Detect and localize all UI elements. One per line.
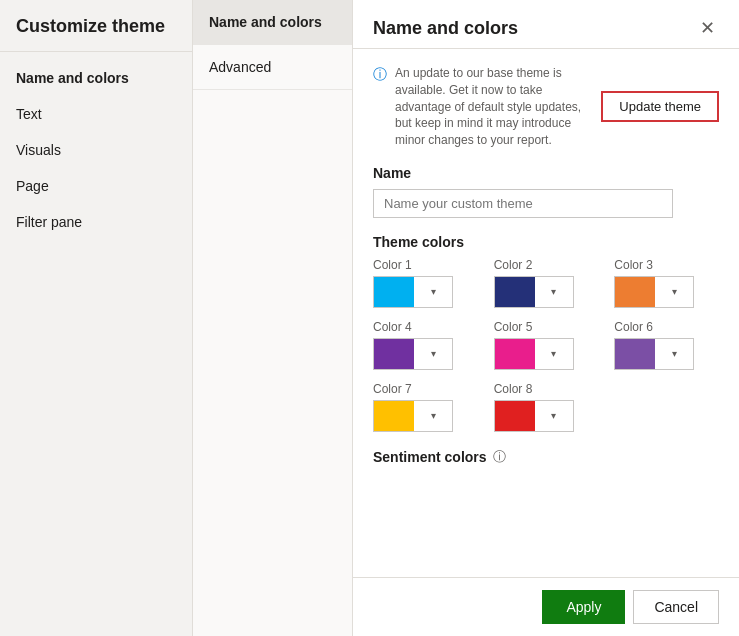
color-swatch-6 xyxy=(615,339,655,369)
color-picker-8[interactable]: ▾ xyxy=(494,400,574,432)
footer: Apply Cancel xyxy=(353,577,739,636)
info-text: An update to our base theme is available… xyxy=(395,65,593,149)
color-label-4: Color 4 xyxy=(373,320,478,334)
sidebar-item-text[interactable]: Text xyxy=(0,96,192,132)
theme-name-input[interactable] xyxy=(373,189,673,218)
color-label-8: Color 8 xyxy=(494,382,599,396)
color-picker-1[interactable]: ▾ xyxy=(373,276,453,308)
color-swatch-5 xyxy=(495,339,535,369)
sidebar-item-page[interactable]: Page xyxy=(0,168,192,204)
sentiment-row: Sentiment colors ⓘ xyxy=(373,448,719,466)
sentiment-label: Sentiment colors xyxy=(373,449,487,465)
sentiment-info-icon: ⓘ xyxy=(493,448,506,466)
color-item-5: Color 5▾ xyxy=(494,320,599,370)
mid-panel: Name and colors Advanced xyxy=(193,0,353,636)
color-picker-3[interactable]: ▾ xyxy=(614,276,694,308)
color-label-2: Color 2 xyxy=(494,258,599,272)
color-picker-7[interactable]: ▾ xyxy=(373,400,453,432)
sidebar-item-filter-pane[interactable]: Filter pane xyxy=(0,204,192,240)
sidebar-item-name-colors[interactable]: Name and colors xyxy=(0,60,192,96)
cancel-button[interactable]: Cancel xyxy=(633,590,719,624)
color-label-7: Color 7 xyxy=(373,382,478,396)
info-icon: ⓘ xyxy=(373,66,387,84)
color-swatch-1 xyxy=(374,277,414,307)
color-swatch-2 xyxy=(495,277,535,307)
color-chevron-6: ▾ xyxy=(655,348,693,359)
color-item-2: Color 2▾ xyxy=(494,258,599,308)
color-swatch-8 xyxy=(495,401,535,431)
color-item-6: Color 6▾ xyxy=(614,320,719,370)
color-label-6: Color 6 xyxy=(614,320,719,334)
main-header: Name and colors ✕ xyxy=(353,0,739,49)
tab-name-and-colors[interactable]: Name and colors xyxy=(193,0,352,45)
color-item-7: Color 7▾ xyxy=(373,382,478,432)
color-label-1: Color 1 xyxy=(373,258,478,272)
color-swatch-7 xyxy=(374,401,414,431)
color-label-3: Color 3 xyxy=(614,258,719,272)
color-chevron-7: ▾ xyxy=(414,410,452,421)
sidebar-item-visuals[interactable]: Visuals xyxy=(0,132,192,168)
color-picker-5[interactable]: ▾ xyxy=(494,338,574,370)
color-item-1: Color 1▾ xyxy=(373,258,478,308)
main-title: Name and colors xyxy=(373,18,518,39)
apply-button[interactable]: Apply xyxy=(542,590,625,624)
color-picker-2[interactable]: ▾ xyxy=(494,276,574,308)
sidebar-left: Customize theme Name and colors Text Vis… xyxy=(0,0,193,636)
info-banner: ⓘ An update to our base theme is availab… xyxy=(373,65,719,149)
color-chevron-5: ▾ xyxy=(535,348,573,359)
color-picker-6[interactable]: ▾ xyxy=(614,338,694,370)
color-swatch-3 xyxy=(615,277,655,307)
color-item-3: Color 3▾ xyxy=(614,258,719,308)
close-button[interactable]: ✕ xyxy=(695,16,719,40)
colors-grid: Color 1▾Color 2▾Color 3▾Color 4▾Color 5▾… xyxy=(373,258,719,432)
color-chevron-2: ▾ xyxy=(535,286,573,297)
color-label-5: Color 5 xyxy=(494,320,599,334)
color-chevron-3: ▾ xyxy=(655,286,693,297)
main-body: ⓘ An update to our base theme is availab… xyxy=(353,49,739,577)
tab-advanced[interactable]: Advanced xyxy=(193,45,352,90)
sidebar-nav: Name and colors Text Visuals Page Filter… xyxy=(0,52,192,248)
color-chevron-1: ▾ xyxy=(414,286,452,297)
color-chevron-8: ▾ xyxy=(535,410,573,421)
sidebar-title: Customize theme xyxy=(0,0,192,52)
color-picker-4[interactable]: ▾ xyxy=(373,338,453,370)
theme-colors-label: Theme colors xyxy=(373,234,719,250)
update-theme-button[interactable]: Update theme xyxy=(601,91,719,122)
color-item-4: Color 4▾ xyxy=(373,320,478,370)
color-chevron-4: ▾ xyxy=(414,348,452,359)
name-label: Name xyxy=(373,165,719,181)
main-content: Name and colors ✕ ⓘ An update to our bas… xyxy=(353,0,739,636)
color-swatch-4 xyxy=(374,339,414,369)
color-item-8: Color 8▾ xyxy=(494,382,599,432)
